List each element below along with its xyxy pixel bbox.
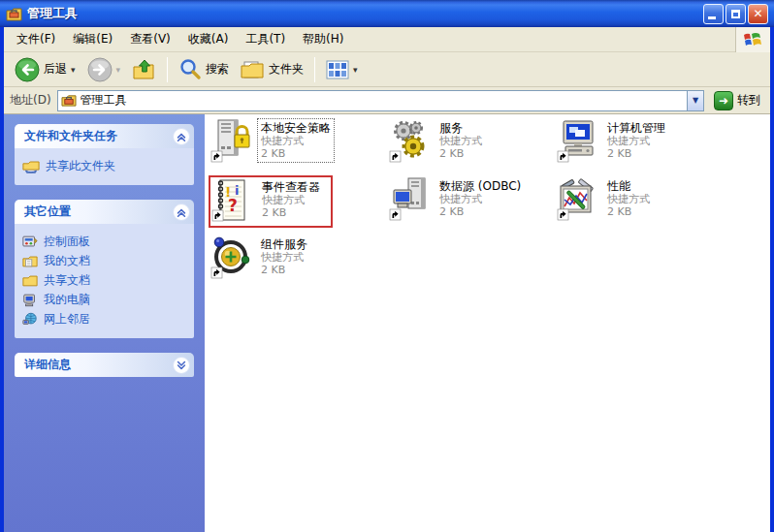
panel-header-details[interactable]: 详细信息 [15,353,194,377]
file-tile-computer-management[interactable]: 计算机管理 快捷方式 2 KB [555,117,770,175]
file-size: 2 KB [439,205,521,218]
shared-folder-icon [22,159,40,173]
panel-other-places: 其它位置 控制面板 [15,200,194,338]
panel-details: 详细信息 [15,353,194,377]
file-size: 2 KB [261,264,307,276]
forward-button[interactable]: ▾ [82,54,126,85]
file-tile-data-sources-odbc[interactable]: 数据源 (ODBC) 快捷方式 2 KB [387,175,555,234]
file-type: 快捷方式 [261,135,331,147]
file-list-area: 本地安全策略 快捷方式 2 KB [205,114,770,532]
file-label-block: 数据源 (ODBC) 快捷方式 2 KB [436,177,524,220]
chevron-up-icon[interactable] [173,128,190,145]
sidebar-item-network-places[interactable]: 网上邻居 [22,309,190,329]
file-label-block: 性能 快捷方式 2 KB [604,177,653,220]
views-button[interactable]: ▾ [321,56,363,83]
admin-tools-folder-icon [61,93,77,108]
menu-view[interactable]: 查看(V) [121,27,179,51]
sidebar-item-label: 共享文档 [44,272,90,289]
file-grid: 本地安全策略 快捷方式 2 KB [205,114,770,292]
file-label-block: 服务 快捷方式 2 KB [436,119,485,162]
file-name: 本地安全策略 [261,121,331,135]
search-button[interactable]: 搜索 [174,55,234,84]
file-tile-performance[interactable]: 性能 快捷方式 2 KB [555,175,770,234]
file-name: 性能 [607,179,650,193]
panel-title: 详细信息 [24,357,71,373]
back-dropdown-icon[interactable]: ▾ [71,65,76,75]
panel-file-folder-tasks: 文件和文件夹任务 共享此文件夹 [15,124,194,185]
folders-icon [241,59,265,80]
panel-title: 文件和文件夹任务 [24,128,117,144]
panel-header-other-places[interactable]: 其它位置 [15,200,194,224]
forward-icon [87,57,113,82]
file-label-block: 本地安全策略 快捷方式 2 KB [258,119,334,162]
file-tile-component-services[interactable]: 组件服务 快捷方式 2 KB [209,234,387,292]
highlight-annotation-box: ! i ? 事件查看器 快捷方式 2 KB [209,175,333,228]
event-viewer-icon: ! i ? [211,178,254,223]
views-dropdown-icon[interactable]: ▾ [353,65,358,75]
sidebar-item-my-computer[interactable]: 我的电脑 [22,290,190,309]
maximize-icon [731,10,740,18]
windows-flag-icon [735,27,770,52]
sidebar-item-my-documents[interactable]: 我的文档 [22,251,190,270]
file-size: 2 KB [607,205,650,218]
explorer-window: 管理工具 ✕ 文件(F) 编辑(E) 查看(V) 收藏(A) 工具(T) 帮助(… [0,0,774,532]
my-computer-icon [22,293,38,307]
panel-header-file-folder-tasks[interactable]: 文件和文件夹任务 [15,124,194,148]
sidebar-item-label: 网上邻居 [44,311,90,328]
close-button[interactable]: ✕ [748,4,768,24]
file-type: 快捷方式 [607,193,650,205]
views-icon [326,59,349,80]
maximize-button[interactable] [726,4,746,24]
file-label-block: 组件服务 快捷方式 2 KB [258,235,310,278]
menu-tools[interactable]: 工具(T) [237,27,294,51]
go-label: 转到 [737,92,760,109]
file-name: 事件查看器 [262,180,320,194]
address-dropdown-button[interactable]: ▼ [687,91,703,110]
address-combo[interactable]: 管理工具 ▼ [57,90,704,111]
file-name: 服务 [439,121,482,135]
control-panel-icon [22,235,38,249]
menu-help[interactable]: 帮助(H) [294,27,352,51]
file-name: 数据源 (ODBC) [439,179,521,193]
go-button[interactable]: ➜ 转到 [710,89,764,112]
computer-management-icon [557,119,599,164]
file-size: 2 KB [261,147,331,160]
file-label-block: 计算机管理 快捷方式 2 KB [604,119,668,162]
file-size: 2 KB [439,147,482,160]
up-button[interactable] [127,55,161,84]
sidebar-item-control-panel[interactable]: 控制面板 [22,232,190,251]
file-type: 快捷方式 [261,251,307,264]
odbc-icon [389,177,432,222]
sidebar-item-label: 控制面板 [44,234,90,250]
menu-edit[interactable]: 编辑(E) [64,27,121,51]
toolbar-separator [314,57,315,82]
close-icon: ✕ [753,7,762,20]
search-icon [178,58,202,81]
performance-icon [557,177,599,222]
sidebar-item-label: 共享此文件夹 [46,158,115,174]
address-value[interactable]: 管理工具 [81,92,683,109]
minimize-button[interactable] [703,4,724,24]
up-folder-icon [132,58,156,81]
chevron-up-icon[interactable] [173,203,190,221]
file-tile-services[interactable]: 服务 快捷方式 2 KB [387,117,555,175]
sidebar-item-share-folder[interactable]: 共享此文件夹 [22,156,190,175]
addressbar: 地址(D) 管理工具 ▼ ➜ 转到 [4,87,770,114]
back-label: 后退 [44,61,67,78]
my-documents-icon [22,254,38,268]
file-tile-local-security-policy[interactable]: 本地安全策略 快捷方式 2 KB [209,117,387,175]
component-services-icon [210,235,253,280]
file-size: 2 KB [262,206,320,219]
file-type: 快捷方式 [439,193,521,205]
chevron-down-icon[interactable] [173,357,190,374]
menubar: 文件(F) 编辑(E) 查看(V) 收藏(A) 工具(T) 帮助(H) [4,27,770,52]
file-type: 快捷方式 [607,135,665,147]
file-tile-event-viewer[interactable]: ! i ? 事件查看器 快捷方式 2 KB [209,175,387,234]
menu-file[interactable]: 文件(F) [8,27,64,51]
file-size: 2 KB [607,147,665,160]
sidebar-item-shared-documents[interactable]: 共享文档 [22,270,190,290]
menu-favorites[interactable]: 收藏(A) [179,27,238,51]
back-button[interactable]: 后退 ▾ [10,54,81,85]
titlebar: 管理工具 ✕ [0,0,774,27]
folders-button[interactable]: 文件夹 [236,56,308,83]
